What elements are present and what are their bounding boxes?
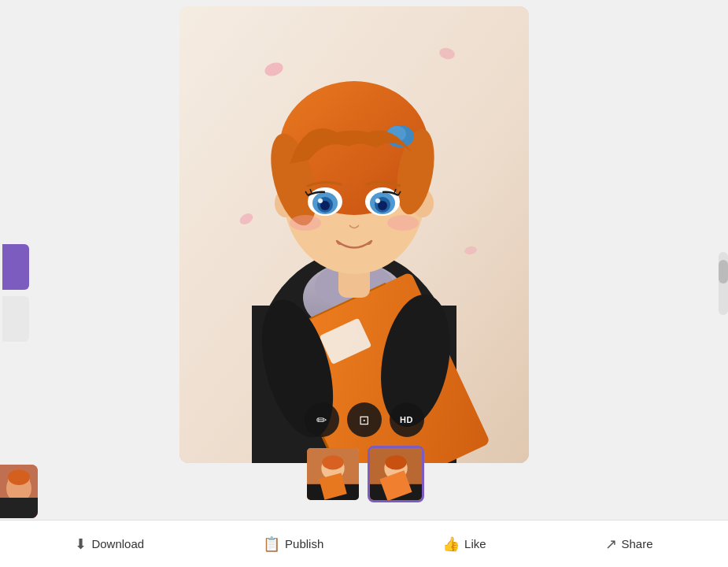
anime-illustration [179,6,529,463]
crop-button[interactable]: ⊡ [347,402,382,437]
like-label: Like [464,537,486,550]
sidebar-btn-gray[interactable] [2,296,29,342]
thumbnail-2[interactable] [368,446,424,502]
svg-point-34 [318,198,323,203]
svg-point-49 [385,455,407,469]
share-icon: ↗ [605,536,617,553]
share-label: Share [622,537,653,550]
edit-button[interactable]: ✏ [305,402,339,437]
crop-icon: ⊡ [359,413,369,428]
publish-label: Publish [285,537,323,550]
download-label: Download [91,537,144,550]
main-image-container [179,6,529,463]
scroll-thumb [719,260,728,284]
hd-label: HD [400,415,413,424]
action-bar: ⬇ Download 📋 Publish 👍 Like ↗ Share [0,520,728,567]
download-action[interactable]: ⬇ Download [62,529,157,559]
scroll-indicator[interactable] [719,252,728,315]
thumbnail-1-image [307,448,359,500]
edit-icon: ✏ [316,413,327,428]
thumbnail-1[interactable] [305,446,361,502]
download-icon: ⬇ [75,536,87,553]
thumbnail-2-image [370,448,422,500]
thumbnail-strip [305,446,424,502]
svg-point-40 [290,215,321,231]
publish-action[interactable]: 📋 Publish [250,529,336,559]
svg-point-44 [322,455,344,469]
svg-point-39 [375,198,380,203]
svg-point-41 [387,215,419,231]
like-action[interactable]: 👍 Like [430,529,499,559]
image-controls: ✏ ⊡ HD [305,402,424,437]
main-content: ✏ ⊡ HD [0,0,728,567]
share-action[interactable]: ↗ Share [593,529,666,559]
hd-button[interactable]: HD [390,402,424,437]
sidebar-btn-purple[interactable] [2,244,29,290]
sidebar-partial [0,0,31,567]
like-icon: 👍 [442,536,460,553]
publish-icon: 📋 [263,536,280,553]
